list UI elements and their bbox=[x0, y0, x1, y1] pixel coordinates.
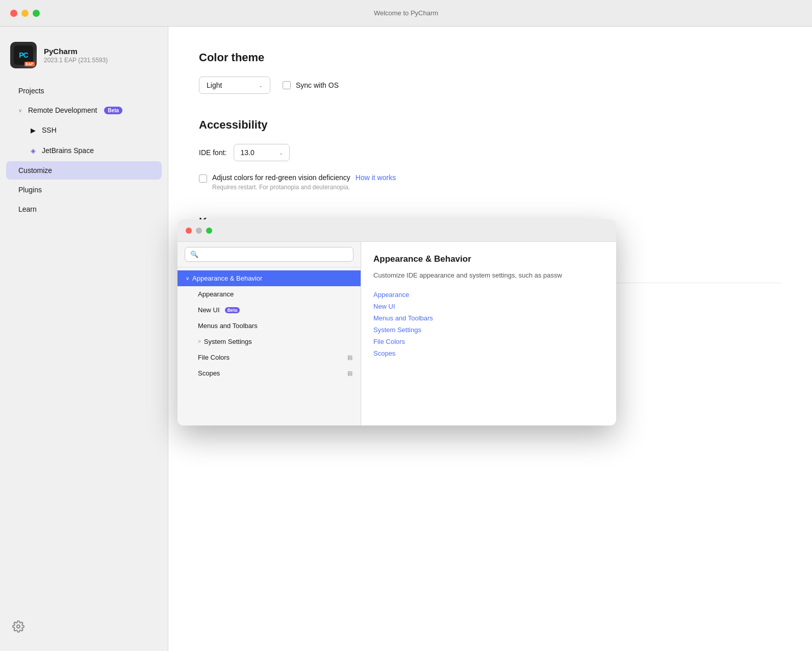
sidebar-item-learn[interactable]: Learn bbox=[6, 200, 162, 218]
tree-item-appearance[interactable]: Appearance bbox=[177, 286, 361, 302]
settings-link-menus-toolbars[interactable]: Menus and Toolbars bbox=[373, 314, 604, 322]
tree-item-menus-toolbars-label: Menus and Toolbars bbox=[198, 322, 258, 330]
remote-dev-label: Remote Development bbox=[28, 106, 97, 114]
plugins-label: Plugins bbox=[18, 186, 42, 194]
close-button[interactable] bbox=[10, 10, 17, 17]
sidebar-item-ssh[interactable]: ▶ SSH bbox=[6, 120, 162, 140]
titlebar-buttons bbox=[10, 10, 40, 17]
sidebar-item-customize[interactable]: Customize bbox=[6, 161, 162, 180]
sidebar-item-projects[interactable]: Projects bbox=[6, 82, 162, 100]
settings-right-title: Appearance & Behavior bbox=[373, 254, 604, 264]
color-blind-row: Adjust colors for red-green vision defic… bbox=[199, 173, 781, 191]
tree-item-scopes-label: Scopes bbox=[198, 369, 220, 377]
tree-item-file-colors-label: File Colors bbox=[198, 354, 230, 361]
settings-overlay-titlebar bbox=[177, 219, 616, 242]
settings-link-new-ui[interactable]: New UI bbox=[373, 303, 604, 310]
color-theme-arrow-icon: ⌄ bbox=[259, 83, 263, 88]
sidebar-item-plugins[interactable]: Plugins bbox=[6, 181, 162, 199]
eap-badge: EAP bbox=[24, 62, 35, 66]
settings-link-system-settings[interactable]: System Settings bbox=[373, 326, 604, 334]
sidebar: PC EAP PyCharm 2023.1 EAP (231.5593) Pro… bbox=[0, 27, 168, 651]
color-blind-sub: Requires restart. For protanopia and deu… bbox=[212, 184, 396, 191]
ssh-label: SSH bbox=[42, 126, 57, 134]
ide-font-arrow-icon: ⌄ bbox=[279, 150, 283, 156]
app-version: 2023.1 EAP (231.5593) bbox=[44, 57, 108, 64]
tree-item-file-colors[interactable]: File Colors ▤ bbox=[177, 349, 361, 365]
sidebar-item-jetbrains-space[interactable]: ◈ JetBrains Space bbox=[6, 141, 162, 160]
settings-left-panel: 🔍 ∨ Appearance & Behavior Appearance New… bbox=[177, 242, 361, 425]
color-theme-dropdown[interactable]: Light ⌄ bbox=[199, 77, 270, 94]
tree-item-scopes[interactable]: Scopes ▤ bbox=[177, 365, 361, 381]
new-ui-beta-badge: Beta bbox=[225, 307, 240, 313]
search-icon: 🔍 bbox=[190, 251, 198, 258]
settings-gear-icon[interactable] bbox=[12, 620, 24, 633]
ide-font-row: IDE font: 13.0 ⌄ bbox=[199, 144, 781, 161]
tree-expand-icon: ∨ bbox=[186, 276, 189, 281]
system-settings-arrow-icon: > bbox=[198, 339, 201, 344]
sidebar-footer bbox=[0, 614, 168, 641]
jetbrains-space-icon: ◈ bbox=[29, 146, 38, 155]
remote-dev-arrow-icon: ∨ bbox=[18, 108, 22, 113]
ide-font-dropdown[interactable]: 13.0 ⌄ bbox=[234, 144, 290, 161]
settings-link-file-colors[interactable]: File Colors bbox=[373, 338, 604, 345]
window-title: Welcome to PyCharm bbox=[374, 9, 438, 17]
projects-label: Projects bbox=[18, 87, 44, 95]
settings-right-panel: Appearance & Behavior Customize IDE appe… bbox=[361, 242, 616, 425]
file-colors-folder-icon: ▤ bbox=[347, 354, 352, 361]
settings-right-desc: Customize IDE appearance and system sett… bbox=[373, 270, 604, 281]
settings-right-links: Appearance New UI Menus and Toolbars Sys… bbox=[373, 291, 604, 357]
app-name-block: PyCharm 2023.1 EAP (231.5593) bbox=[44, 47, 108, 64]
sidebar-item-remote-development[interactable]: ∨ Remote Development Beta bbox=[6, 101, 162, 119]
app-logo-letters: PC bbox=[19, 51, 28, 59]
tree-item-appearance-behavior-label: Appearance & Behavior bbox=[192, 274, 262, 282]
app-logo: PC EAP bbox=[10, 42, 37, 68]
app-name: PyCharm bbox=[44, 47, 108, 56]
color-blind-checkbox[interactable] bbox=[199, 174, 207, 183]
color-theme-title: Color theme bbox=[199, 51, 781, 64]
sync-with-os-checkbox[interactable] bbox=[283, 81, 291, 89]
settings-min-button[interactable] bbox=[196, 228, 202, 234]
settings-tree: ∨ Appearance & Behavior Appearance New U… bbox=[177, 267, 361, 425]
sync-with-os-label: Sync with OS bbox=[296, 81, 339, 89]
ssh-icon: ▶ bbox=[29, 126, 38, 135]
tree-item-appearance-behavior[interactable]: ∨ Appearance & Behavior bbox=[177, 270, 361, 286]
settings-search-input[interactable] bbox=[202, 251, 348, 258]
maximize-button[interactable] bbox=[33, 10, 40, 17]
accessibility-section: Accessibility IDE font: 13.0 ⌄ Adjust co… bbox=[199, 118, 781, 191]
color-theme-row: Light ⌄ Sync with OS bbox=[199, 77, 781, 94]
sidebar-nav: Projects ∨ Remote Development Beta ▶ SSH… bbox=[0, 81, 168, 614]
color-theme-value: Light bbox=[207, 81, 222, 89]
tree-item-system-settings[interactable]: > System Settings bbox=[177, 334, 361, 349]
settings-close-button[interactable] bbox=[186, 228, 192, 234]
color-blind-text: Adjust colors for red-green vision defic… bbox=[212, 173, 396, 191]
svg-point-0 bbox=[17, 625, 20, 628]
settings-link-scopes[interactable]: Scopes bbox=[373, 349, 604, 357]
settings-search-area: 🔍 bbox=[177, 242, 361, 267]
customize-label: Customize bbox=[18, 166, 52, 174]
tree-item-new-ui-label: New UI bbox=[198, 306, 220, 314]
remote-dev-beta-badge: Beta bbox=[104, 107, 122, 114]
settings-search-box[interactable]: 🔍 bbox=[185, 247, 353, 262]
color-blind-label: Adjust colors for red-green vision defic… bbox=[212, 173, 350, 182]
ide-font-value: 13.0 bbox=[240, 148, 254, 157]
tree-item-appearance-label: Appearance bbox=[198, 290, 234, 298]
tree-item-system-settings-label: System Settings bbox=[204, 338, 252, 345]
settings-link-appearance[interactable]: Appearance bbox=[373, 291, 604, 298]
settings-max-button[interactable] bbox=[206, 228, 212, 234]
jetbrains-space-label: JetBrains Space bbox=[42, 146, 94, 155]
color-blind-label-row: Adjust colors for red-green vision defic… bbox=[212, 173, 396, 182]
minimize-button[interactable] bbox=[21, 10, 29, 17]
tree-item-new-ui[interactable]: New UI Beta bbox=[177, 302, 361, 318]
settings-overlay: 🔍 ∨ Appearance & Behavior Appearance New… bbox=[177, 219, 616, 425]
tree-item-menus-toolbars[interactable]: Menus and Toolbars bbox=[177, 318, 361, 334]
settings-body: 🔍 ∨ Appearance & Behavior Appearance New… bbox=[177, 242, 616, 425]
how-it-works-link[interactable]: How it works bbox=[356, 173, 396, 182]
app-info: PC EAP PyCharm 2023.1 EAP (231.5593) bbox=[0, 37, 168, 81]
sync-with-os-row[interactable]: Sync with OS bbox=[283, 81, 339, 89]
learn-label: Learn bbox=[18, 205, 37, 213]
ide-font-label: IDE font: bbox=[199, 148, 226, 157]
titlebar: Welcome to PyCharm bbox=[0, 0, 812, 27]
scopes-folder-icon: ▤ bbox=[347, 370, 352, 377]
accessibility-title: Accessibility bbox=[199, 118, 781, 132]
